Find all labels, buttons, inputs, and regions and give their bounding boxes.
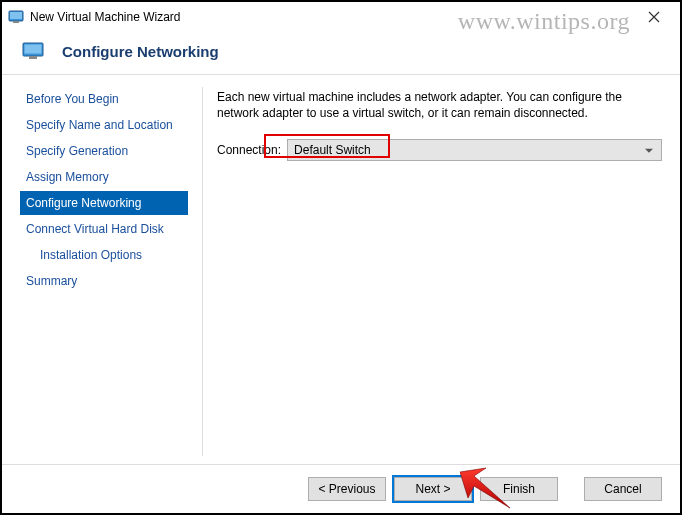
previous-button[interactable]: < Previous (308, 477, 386, 501)
step-before-you-begin[interactable]: Before You Begin (20, 87, 188, 111)
cancel-button[interactable]: Cancel (584, 477, 662, 501)
vm-header-icon (22, 42, 44, 60)
close-icon (648, 11, 660, 23)
close-button[interactable] (634, 5, 674, 29)
svg-rect-4 (25, 45, 42, 54)
finish-button[interactable]: Finish (480, 477, 558, 501)
step-specify-generation[interactable]: Specify Generation (20, 139, 188, 163)
wizard-steps-sidebar: Before You Begin Specify Name and Locati… (20, 87, 188, 456)
svg-rect-1 (10, 12, 22, 19)
window-title: New Virtual Machine Wizard (30, 10, 181, 24)
vm-wizard-icon (8, 9, 24, 25)
connection-dropdown[interactable]: Default Switch (287, 139, 662, 161)
step-configure-networking[interactable]: Configure Networking (20, 191, 188, 215)
wizard-header: Configure Networking (2, 32, 680, 75)
next-button[interactable]: Next > (394, 477, 472, 501)
step-installation-options[interactable]: Installation Options (20, 243, 188, 267)
wizard-footer: < Previous Next > Finish Cancel (2, 464, 680, 513)
step-summary[interactable]: Summary (20, 269, 188, 293)
page-title: Configure Networking (62, 43, 219, 60)
connection-value: Default Switch (294, 143, 371, 157)
connection-label: Connection: (217, 143, 281, 157)
step-connect-vhd[interactable]: Connect Virtual Hard Disk (20, 217, 188, 241)
titlebar: New Virtual Machine Wizard (2, 2, 680, 32)
step-specify-name-location[interactable]: Specify Name and Location (20, 113, 188, 137)
main-panel: Each new virtual machine includes a netw… (202, 87, 662, 456)
description-text: Each new virtual machine includes a netw… (217, 89, 662, 121)
step-assign-memory[interactable]: Assign Memory (20, 165, 188, 189)
svg-rect-5 (29, 56, 37, 59)
svg-rect-2 (13, 21, 19, 23)
